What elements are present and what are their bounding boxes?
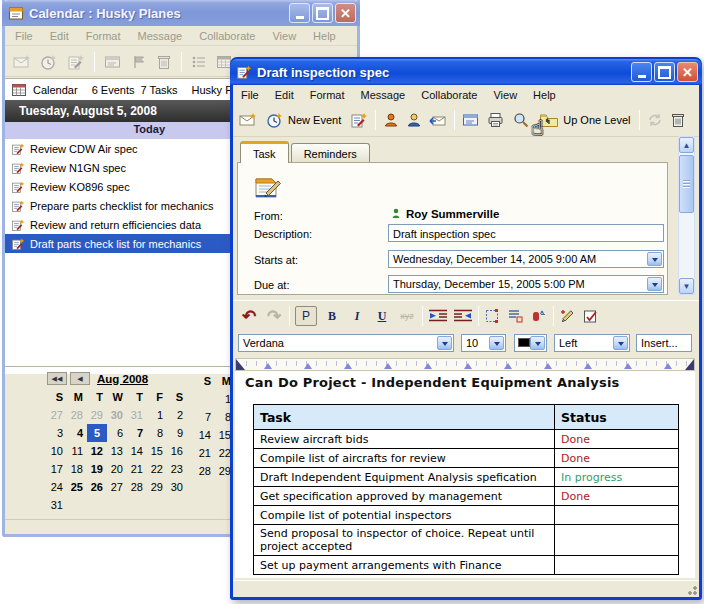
day-cell[interactable]: 11 [67, 442, 87, 460]
infobar-calendar-label[interactable]: Calendar [33, 84, 78, 96]
new-task-icon[interactable] [350, 112, 368, 128]
day-cell[interactable] [195, 390, 215, 408]
menu-item[interactable]: Help [313, 30, 336, 42]
prev-year-button[interactable]: ◀◀ [47, 372, 67, 385]
spellcheck-icon[interactable] [582, 308, 600, 324]
right-margin-marker[interactable] [685, 359, 694, 370]
day-cell[interactable]: 2 [167, 406, 187, 424]
menu-item[interactable]: Edit [50, 30, 69, 42]
delete-icon[interactable] [156, 54, 172, 70]
day-cell[interactable]: 29 [147, 478, 167, 496]
day-cell[interactable]: 12 [87, 442, 107, 460]
plain-style-button[interactable]: P [295, 306, 317, 326]
new-event-button[interactable]: New Event [264, 110, 343, 130]
close-button[interactable]: ✕ [335, 3, 356, 23]
description-input[interactable] [388, 224, 664, 242]
day-cell[interactable]: 14 [127, 442, 147, 460]
day-cell[interactable]: 17 [47, 460, 67, 478]
font-size-combo[interactable]: 10 [461, 334, 506, 352]
infobar-events-count[interactable]: 6 Events [92, 84, 135, 96]
reply-icon[interactable] [429, 112, 447, 128]
chevron-down-icon[interactable] [613, 336, 628, 350]
tab[interactable]: Task [240, 141, 289, 163]
day-cell[interactable]: 4 [67, 424, 87, 442]
insert-field-icon[interactable] [530, 308, 548, 324]
menu-item[interactable]: Message [361, 89, 406, 101]
today-label[interactable]: Today [5, 123, 165, 135]
day-cell[interactable]: 16 [167, 442, 187, 460]
menu-item[interactable]: File [15, 30, 33, 42]
maximize-button[interactable] [654, 62, 675, 82]
underline-button[interactable]: U [372, 306, 392, 326]
day-cell[interactable]: 18 [67, 460, 87, 478]
menu-item[interactable]: View [272, 30, 296, 42]
chevron-down-icon[interactable] [489, 336, 504, 350]
bold-button[interactable]: B [322, 306, 342, 326]
day-cell[interactable]: 20 [107, 460, 127, 478]
new-mail-icon[interactable] [239, 112, 257, 128]
menu-item[interactable]: Format [86, 30, 121, 42]
left-margin-marker[interactable] [236, 359, 245, 370]
flag-icon[interactable] [131, 54, 147, 70]
day-cell[interactable]: 7 [195, 408, 215, 426]
italic-button[interactable]: I [347, 306, 367, 326]
task-titlebar[interactable]: Draft inspection spec ✕ [230, 59, 702, 85]
up-one-level-button[interactable]: Up One Level [537, 110, 632, 130]
view-list-icon[interactable] [104, 54, 122, 70]
font-family-combo[interactable]: Verdana [238, 334, 454, 352]
day-cell[interactable]: 10 [47, 442, 67, 460]
day-cell[interactable]: 30 [107, 406, 127, 424]
select-object-icon[interactable] [484, 308, 502, 324]
starts-at-combo[interactable]: Wednesday, December 14, 2005 9:00 AM [388, 250, 664, 268]
calendar-titlebar[interactable]: Calendar : Husky Planes ✕ [2, 0, 360, 26]
minimize-button[interactable] [631, 62, 652, 82]
day-cell[interactable]: 5 [87, 424, 107, 442]
day-cell[interactable]: 24 [47, 478, 67, 496]
day-cell[interactable]: 25 [67, 478, 87, 496]
delete-icon[interactable] [670, 112, 686, 128]
day-cell[interactable]: 19 [87, 460, 107, 478]
day-cell[interactable]: 14 [195, 426, 215, 444]
day-cell[interactable]: 28 [195, 462, 215, 480]
align-object-icon[interactable] [507, 308, 525, 324]
day-cell[interactable]: 21 [195, 444, 215, 462]
scrollbar-thumb[interactable] [679, 155, 694, 213]
menu-item[interactable]: Message [138, 30, 183, 42]
chevron-down-icon[interactable] [647, 252, 662, 266]
due-at-combo[interactable]: Thursday, December 15, 2005 5:00 PM [388, 275, 664, 293]
day-cell[interactable]: 13 [107, 442, 127, 460]
day-cell[interactable]: 26 [87, 478, 107, 496]
menu-item[interactable]: Collaborate [421, 89, 477, 101]
month-label[interactable]: Aug 2008 [97, 373, 148, 385]
indent-decrease-icon[interactable] [453, 308, 473, 324]
chevron-down-icon[interactable] [647, 277, 662, 291]
scroll-down-arrow[interactable]: ▼ [679, 278, 694, 294]
prev-month-button[interactable]: ◀ [70, 372, 90, 385]
day-cell[interactable]: 1 [147, 406, 167, 424]
chevron-down-icon[interactable] [437, 336, 452, 350]
new-event-icon[interactable] [40, 54, 58, 70]
day-cell[interactable]: 30 [167, 478, 187, 496]
insert-combo[interactable]: Insert... [636, 334, 692, 352]
day-cell[interactable]: 23 [167, 460, 187, 478]
day-cell[interactable]: 27 [107, 478, 127, 496]
day-cell[interactable]: 28 [127, 478, 147, 496]
tab[interactable]: Reminders [291, 143, 370, 163]
resize-grip[interactable] [685, 583, 697, 595]
undo-button[interactable]: ↶ [239, 306, 259, 326]
ruler[interactable] [235, 358, 695, 371]
day-cell[interactable]: 21 [127, 460, 147, 478]
menu-item[interactable]: Collaborate [199, 30, 255, 42]
new-mail-icon[interactable] [13, 54, 31, 70]
attach-person-icon[interactable] [383, 112, 399, 128]
menu-item[interactable]: Help [533, 89, 556, 101]
menu-item[interactable]: Edit [275, 89, 294, 101]
contact-icon[interactable] [406, 112, 422, 128]
font-color-combo[interactable] [514, 334, 547, 352]
day-cell[interactable]: 29 [87, 406, 107, 424]
day-cell[interactable]: 3 [47, 424, 67, 442]
day-cell[interactable]: 27 [47, 406, 67, 424]
day-cell[interactable]: 31 [47, 496, 67, 514]
day-cell[interactable]: 15 [147, 442, 167, 460]
minimize-button[interactable] [289, 3, 310, 23]
